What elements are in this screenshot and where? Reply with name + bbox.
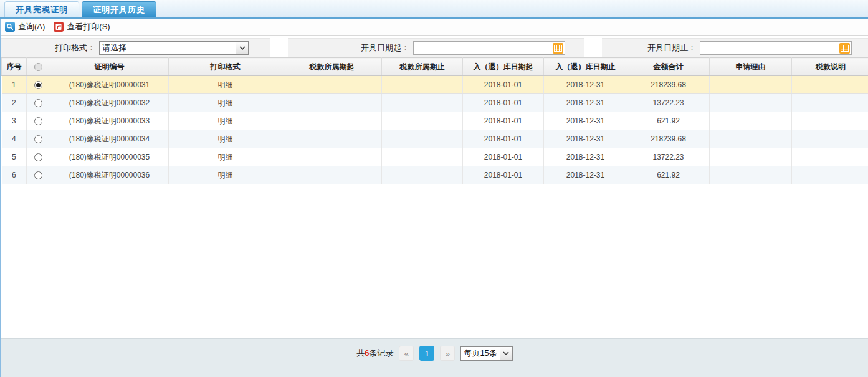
cell-amount-total: 621.92 xyxy=(627,112,710,130)
cell-tax-period-start xyxy=(282,112,382,130)
row-radio[interactable] xyxy=(34,81,42,89)
print-icon xyxy=(54,22,64,32)
cell-radio xyxy=(27,130,50,148)
cell-amount-total: 218239.68 xyxy=(627,76,710,94)
issue-date-to-label: 开具日期止： xyxy=(647,42,696,54)
cell-row-number: 4 xyxy=(2,130,27,148)
cell-apply-reason xyxy=(710,76,792,94)
chevron-down-icon[interactable] xyxy=(236,42,248,54)
table-row[interactable]: 2(180)豫税证明00000032明细2018-01-012018-12-31… xyxy=(2,94,868,112)
cell-tax-period-start xyxy=(282,94,382,112)
cell-tax-period-start xyxy=(282,166,382,184)
view-print-button[interactable]: 查看打印(S) xyxy=(54,21,110,32)
filter-issue-date-from: 开具日期起： xyxy=(288,38,584,57)
cell-tax-note xyxy=(792,76,868,94)
cell-apply-reason xyxy=(710,130,792,148)
cell-row-number: 5 xyxy=(2,148,27,166)
content: 查询(A) 查看打印(S) 打印格式： 请选择 xyxy=(0,19,868,377)
tab-issue-tax-certificate[interactable]: 开具完税证明 xyxy=(4,1,79,17)
cell-tax-period-end xyxy=(382,112,463,130)
cell-cert-number: (180)豫税证明00000031 xyxy=(50,76,169,94)
calendar-icon[interactable] xyxy=(553,43,563,54)
cell-tax-period-end xyxy=(382,166,463,184)
footer: 共6条记录 « 1 » 每页15条 xyxy=(1,338,868,377)
cell-tax-period-start xyxy=(282,148,382,166)
cell-radio xyxy=(27,112,50,130)
cell-storage-date-start: 2018-01-01 xyxy=(463,130,544,148)
header-apply-reason: 申请理由 xyxy=(710,58,792,76)
header-cert-number: 证明编号 xyxy=(50,58,169,76)
header-no: 序号 xyxy=(2,58,27,76)
cell-storage-date-end: 2018-12-31 xyxy=(544,148,627,166)
header-radio xyxy=(27,58,50,76)
table-body: 1(180)豫税证明00000031明细2018-01-012018-12-31… xyxy=(2,76,868,184)
cell-cert-number: (180)豫税证明00000035 xyxy=(50,148,169,166)
filter-gap xyxy=(270,38,288,57)
issue-date-from-label: 开具日期起： xyxy=(361,42,409,54)
print-format-select[interactable]: 请选择 xyxy=(99,41,249,55)
cell-row-number: 1 xyxy=(2,76,27,94)
issue-date-from-field xyxy=(413,41,565,55)
cell-tax-period-start xyxy=(282,130,382,148)
cell-amount-total: 13722.23 xyxy=(627,94,710,112)
cell-tax-note xyxy=(792,148,868,166)
row-radio[interactable] xyxy=(34,117,42,125)
cell-apply-reason xyxy=(710,148,792,166)
header-print-format: 打印格式 xyxy=(169,58,282,76)
row-radio[interactable] xyxy=(34,99,42,107)
cell-radio xyxy=(27,94,50,112)
row-radio[interactable] xyxy=(34,153,42,161)
filter-issue-date-to: 开具日期止： xyxy=(602,38,868,57)
filter-bar: 打印格式： 请选择 开具日期起： xyxy=(1,36,868,57)
cell-cert-number: (180)豫税证明00000036 xyxy=(50,166,169,184)
cell-tax-period-end xyxy=(382,76,463,94)
page-size-value: 每页15条 xyxy=(461,348,499,359)
records-table: 序号 证明编号 打印格式 税款所属期起 税款所属期止 入（退）库日期起 入（退）… xyxy=(1,57,868,184)
chevron-down-icon[interactable] xyxy=(500,347,512,360)
cell-apply-reason xyxy=(710,94,792,112)
cell-amount-total: 218239.68 xyxy=(627,130,710,148)
cell-row-number: 3 xyxy=(2,112,27,130)
page: 开具完税证明 证明开具历史 查询(A) xyxy=(0,0,868,377)
table-row[interactable]: 1(180)豫税证明00000031明细2018-01-012018-12-31… xyxy=(2,76,868,94)
cell-tax-note xyxy=(792,94,868,112)
cell-tax-period-end xyxy=(382,148,463,166)
filter-gap xyxy=(584,38,602,57)
cell-amount-total: 13722.23 xyxy=(627,148,710,166)
search-icon xyxy=(5,22,15,32)
page-1-button[interactable]: 1 xyxy=(419,346,434,361)
header-storage-date-end: 入（退）库日期止 xyxy=(544,58,627,76)
tab-certificate-history[interactable]: 证明开具历史 xyxy=(82,1,156,17)
prev-page-button[interactable]: « xyxy=(399,346,414,361)
cell-storage-date-start: 2018-01-01 xyxy=(463,166,544,184)
record-count: 共6条记录 xyxy=(356,348,393,359)
print-format-label: 打印格式： xyxy=(55,42,95,54)
table-row[interactable]: 6(180)豫税证明00000036明细2018-01-012018-12-31… xyxy=(2,166,868,184)
cell-storage-date-end: 2018-12-31 xyxy=(544,112,627,130)
cell-cert-number: (180)豫税证明00000034 xyxy=(50,130,169,148)
header-tax-period-start: 税款所属期起 xyxy=(282,58,382,76)
row-radio[interactable] xyxy=(34,171,42,179)
query-button-label: 查询(A) xyxy=(18,21,45,32)
cell-print-format: 明细 xyxy=(169,166,282,184)
calendar-icon[interactable] xyxy=(839,43,850,54)
table-row[interactable]: 3(180)豫税证明00000033明细2018-01-012018-12-31… xyxy=(2,112,868,130)
next-page-button[interactable]: » xyxy=(440,346,455,361)
cell-storage-date-end: 2018-12-31 xyxy=(544,130,627,148)
cell-tax-note xyxy=(792,166,868,184)
table-row[interactable]: 5(180)豫税证明00000035明细2018-01-012018-12-31… xyxy=(2,148,868,166)
cell-tax-period-end xyxy=(382,94,463,112)
print-format-selected-value: 请选择 xyxy=(100,42,236,54)
cell-storage-date-start: 2018-01-01 xyxy=(463,112,544,130)
pagination: 共6条记录 « 1 » 每页15条 xyxy=(356,346,513,361)
page-size-select[interactable]: 每页15条 xyxy=(460,346,512,361)
query-button[interactable]: 查询(A) xyxy=(5,21,45,32)
toolbar: 查询(A) 查看打印(S) xyxy=(1,19,868,36)
table-row[interactable]: 4(180)豫税证明00000034明细2018-01-012018-12-31… xyxy=(2,130,868,148)
cell-print-format: 明细 xyxy=(169,148,282,166)
issue-date-to-input[interactable] xyxy=(700,42,851,54)
row-radio[interactable] xyxy=(34,135,42,143)
cell-storage-date-end: 2018-12-31 xyxy=(544,94,627,112)
issue-date-to-field xyxy=(700,41,852,55)
issue-date-from-input[interactable] xyxy=(414,42,565,54)
